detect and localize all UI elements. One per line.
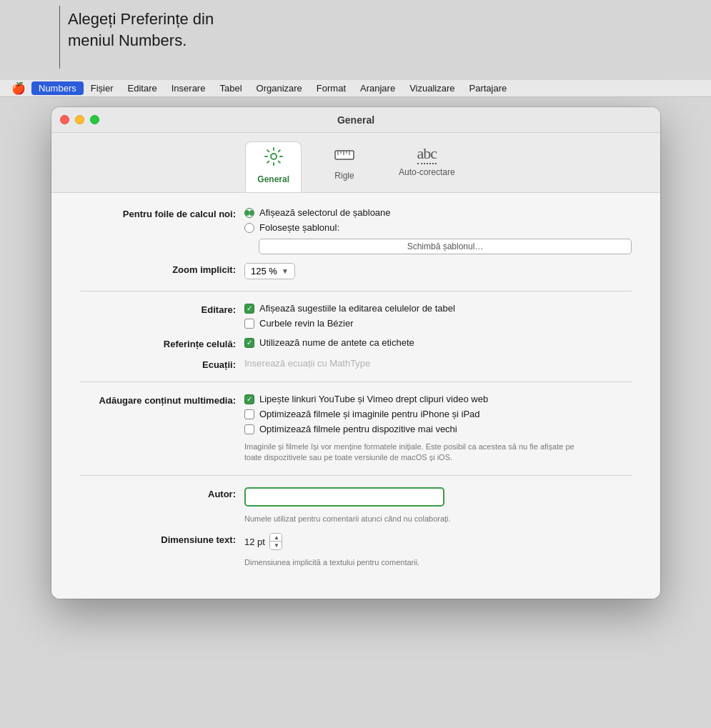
apple-menu[interactable]: 🍎 [6,80,31,96]
annotation-line [59,6,60,69]
zoom-value: 125 % [251,266,277,276]
tab-autocorectare-label: Auto-corectare [399,167,455,177]
editing-section: Editare: ✓ Afișează sugestiile la editar… [80,303,632,329]
minimize-button[interactable] [75,115,84,124]
author-section: Autor: Numele utilizat pentru comentarii… [80,487,632,524]
window-titlebar: General [51,107,660,133]
stepper-down-button[interactable]: ▼ [270,542,282,549]
checkbox-optimize-old-input[interactable] [244,424,254,434]
zoom-chevron-down-icon: ▼ [282,267,289,275]
equations-row: Ecuații: Inserează ecuații cu MathType [80,358,632,370]
menubar-format[interactable]: Format [309,81,353,95]
menubar-editare[interactable]: Editare [121,81,164,95]
svg-point-0 [271,154,277,159]
text-size-row: Dimensiune text: 12 pt ▲ ▼ Dimensiunea i… [80,533,632,568]
tab-general[interactable]: General [245,141,302,192]
equations-placeholder: Inserează ecuații cu MathType [244,358,632,369]
multimedia-controls: ✓ Lipește linkuri YouTube și Vimeo drept… [244,394,632,464]
zoom-section: Zoom implicit: 125 % ▼ [80,263,632,279]
change-template-button[interactable]: Schimbă șablonul… [259,239,632,254]
checkbox-suggestions-input[interactable]: ✓ [244,304,254,314]
preferences-content: Pentru foile de calcul noi: Afișează sel… [51,193,660,599]
stepper-arrows: ▲ ▼ [269,533,282,550]
equations-section: Ecuații: Inserează ecuații cu MathType [80,358,632,370]
cell-references-row: Referințe celulă: ✓ Utilizează nume de a… [80,337,632,349]
preferences-window: General General [51,107,660,599]
checkbox-bezier-label: Curbele revin la Bézier [259,318,354,329]
menubar-aranjare[interactable]: Aranjare [353,81,402,95]
checkbox-optimize-old[interactable]: Optimizează filmele pentru dispozitive m… [244,424,632,434]
checkbox-youtube-input[interactable]: ✓ [244,394,254,404]
zoom-label: Zoom implicit: [80,263,244,275]
checkbox-optimize-old-label: Optimizează filmele pentru dispozitive m… [259,424,457,434]
editing-label: Editare: [80,303,244,315]
maximize-button[interactable] [90,115,99,124]
text-size-stepper: 12 pt ▲ ▼ [244,533,632,550]
tab-rigle[interactable]: Rigle [323,141,366,192]
cell-references-label: Referințe celulă: [80,337,244,349]
text-size-label: Dimensiune text: [80,533,244,545]
new-sheets-section: Pentru foile de calcul noi: Afișează sel… [80,207,632,254]
checkbox-suggestions[interactable]: ✓ Afișează sugestiile la editarea celule… [244,303,632,314]
divider-3 [80,475,632,476]
abc-icon: abc [417,146,437,164]
stepper-up-button[interactable]: ▲ [270,534,282,542]
cell-references-section: Referințe celulă: ✓ Utilizează nume de a… [80,337,632,349]
author-input[interactable] [244,487,444,507]
multimedia-info: Imaginile și filmele își vor menține for… [244,442,587,464]
new-sheets-label: Pentru foile de calcul noi: [80,207,244,219]
zoom-controls: 125 % ▼ [244,263,632,279]
radio-use-template[interactable]: Folosește șablonul: [244,222,632,233]
text-size-info: Dimensiunea implicită a textului pentru … [244,557,587,568]
checkbox-optimize-ios-label: Optimizează filmele și imaginile pentru … [259,409,480,419]
new-sheets-controls: Afișează selectorul de șabloane Foloseșt… [244,207,632,254]
annotation-text: Alegeți Preferințe din meniul Numbers. [68,9,214,51]
radio-use-template-input[interactable] [244,223,254,233]
gear-icon [264,146,284,171]
checkbox-bezier[interactable]: Curbele revin la Bézier [244,318,632,329]
equations-label: Ecuații: [80,358,244,370]
tab-rigle-label: Rigle [334,171,354,181]
checkbox-use-headers-label: Utilizează nume de antete ca etichete [259,337,414,348]
multimedia-label: Adăugare conținut multimedia: [80,394,244,406]
menubar-inserare[interactable]: Inserare [164,81,213,95]
checkbox-suggestions-label: Afișează sugestiile la editarea celulelo… [259,303,455,314]
radio-show-selector-input[interactable] [244,208,254,218]
divider-1 [80,291,632,291]
menubar-fisier[interactable]: Fișier [84,81,121,95]
tab-autocorectare[interactable]: abc Auto-corectare [387,141,467,192]
checkbox-use-headers[interactable]: ✓ Utilizează nume de antete ca etichete [244,337,632,348]
zoom-row: Zoom implicit: 125 % ▼ [80,263,632,279]
author-info: Numele utilizat pentru comentarii atunci… [244,514,587,524]
text-size-value: 12 pt [244,537,265,547]
menubar-tabel[interactable]: Tabel [212,81,249,95]
close-button[interactable] [60,115,69,124]
window-buttons [60,115,99,124]
text-size-controls: 12 pt ▲ ▼ Dimensiunea implicită a textul… [244,533,632,568]
checkbox-bezier-input[interactable] [244,319,254,329]
menubar: 🍎 Numbers Fișier Editare Inserare Tabel … [0,80,711,97]
editing-row: Editare: ✓ Afișează sugestiile la editar… [80,303,632,329]
checkbox-optimize-ios-input[interactable] [244,409,254,419]
equations-controls: Inserează ecuații cu MathType [244,358,632,369]
checkbox-optimize-ios[interactable]: Optimizează filmele și imaginile pentru … [244,409,632,419]
author-row: Autor: Numele utilizat pentru comentarii… [80,487,632,524]
radio-show-selector[interactable]: Afișează selectorul de șabloane [244,207,632,218]
radio-show-selector-label: Afișează selectorul de șabloane [259,207,391,218]
author-label: Autor: [80,487,244,499]
tab-general-label: General [257,174,289,184]
ruler-icon [334,146,354,168]
editing-controls: ✓ Afișează sugestiile la editarea celule… [244,303,632,329]
menubar-numbers[interactable]: Numbers [31,81,84,95]
menubar-vizualizare[interactable]: Vizualizare [402,81,462,95]
text-size-section: Dimensiune text: 12 pt ▲ ▼ Dimensiunea i… [80,533,632,568]
multimedia-row: Adăugare conținut multimedia: ✓ Lipește … [80,394,632,464]
menubar-organizare[interactable]: Organizare [249,81,309,95]
zoom-dropdown[interactable]: 125 % ▼ [244,263,295,279]
checkbox-youtube[interactable]: ✓ Lipește linkuri YouTube și Vimeo drept… [244,394,632,404]
menubar-partajare[interactable]: Partajare [462,81,514,95]
divider-2 [80,382,632,382]
cell-references-controls: ✓ Utilizează nume de antete ca etichete [244,337,632,348]
zoom-select-row: 125 % ▼ [244,263,632,279]
checkbox-use-headers-input[interactable]: ✓ [244,338,254,348]
